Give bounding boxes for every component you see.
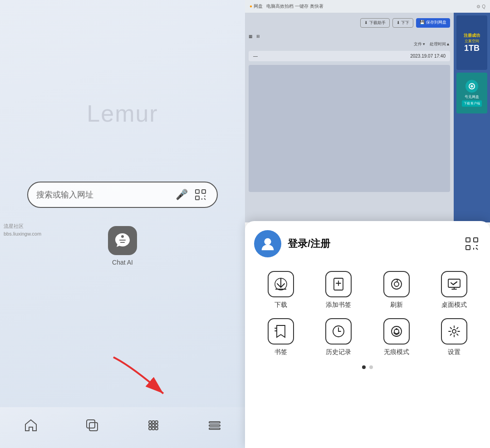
svg-rect-8 [87, 420, 95, 428]
pagination-dots [254, 365, 481, 369]
login-label[interactable]: 登录/注册 [288, 237, 330, 251]
menu-item-settings[interactable]: 设置 [428, 318, 481, 356]
menu-label-settings: 设置 [448, 348, 461, 356]
menu-label-bookmarks: 书签 [274, 348, 287, 356]
svg-rect-9 [89, 423, 98, 431]
menu-label-desktop: 桌面模式 [441, 301, 467, 309]
browser-area: ● 网盘 电脑高效拍档 一键存 奥快著 ⚙ Q ⬇ 下载助手 ⬇ 下下 💾 保存… [245, 0, 490, 222]
browser-main: ⬇ 下载助手 ⬇ 下下 💾 保存到网盘 ▦ ⊞ 文件 ▾ 处理时间▲ — 202… [245, 13, 454, 222]
header-scan-icon[interactable] [463, 235, 481, 253]
user-avatar [254, 230, 281, 257]
browser-toolbar: ⬇ 下载助手 ⬇ 下下 💾 保存到网盘 [249, 16, 450, 30]
download-icon-circle [268, 271, 294, 297]
svg-point-18 [155, 427, 158, 430]
file-row: — 2023.19.07 17:40 [249, 51, 450, 61]
svg-rect-0 [196, 190, 199, 193]
search-bar[interactable]: 搜索或输入网址 🎤 [27, 182, 218, 208]
menu-item-refresh[interactable]: 刷新 [370, 271, 423, 309]
sidebar-ad-register: 注册成功 立案空间 1TB [456, 15, 487, 70]
nav-home[interactable] [20, 414, 42, 437]
settings-icon-circle [441, 318, 467, 345]
red-arrow [104, 348, 177, 403]
svg-point-14 [152, 424, 155, 427]
svg-point-23 [264, 238, 271, 245]
svg-point-17 [152, 427, 155, 430]
svg-rect-26 [466, 246, 470, 250]
svg-line-30 [476, 248, 478, 250]
ad-sub: 立案空间 [465, 39, 479, 44]
svg-point-15 [155, 424, 158, 427]
svg-line-6 [204, 198, 206, 200]
toolbar-download-helper[interactable]: ⬇ 下载助手 [360, 18, 390, 28]
teal-ad-text: 号见网盘 [465, 94, 479, 99]
menu-grid: 下载 添加书签 [254, 271, 481, 356]
svg-rect-24 [466, 238, 470, 242]
svg-point-35 [392, 279, 402, 289]
browser-sidebar: 注册成功 立案空间 1TB 号见网盘 下载 客户端 [454, 13, 490, 222]
nav-apps[interactable] [142, 414, 165, 437]
bookmarks-icon-circle [268, 318, 294, 345]
teal-icon [466, 80, 478, 93]
chat-ai-section[interactable]: Chat AI [108, 226, 137, 266]
toolbar-save[interactable]: 💾 保存到网盘 [416, 18, 450, 28]
refresh-icon-circle [383, 271, 410, 297]
svg-rect-21 [209, 428, 220, 429]
file-name: — [253, 54, 258, 59]
menu-user-info[interactable]: 登录/注册 [254, 230, 330, 257]
svg-point-11 [152, 421, 155, 423]
incognito-icon-circle [383, 318, 410, 345]
file-date: 2023.19.07 17:40 [410, 54, 446, 59]
menu-item-add-bookmark[interactable]: 添加书签 [312, 271, 366, 309]
nav-menu[interactable] [203, 414, 226, 437]
toolbar-download[interactable]: ⬇ 下下 [392, 18, 414, 28]
left-panel: 流星社区 bbs.liuxingw.com Lemur 搜索或输入网址 🎤 Ch… [0, 0, 245, 448]
menu-item-incognito[interactable]: 无痕模式 [370, 318, 423, 356]
sort-text: 文件 ▾ 处理时间▲ [249, 41, 450, 47]
mic-icon[interactable]: 🎤 [176, 189, 188, 201]
teal-ad-btn[interactable]: 下载 客户端 [462, 100, 482, 107]
svg-point-13 [149, 424, 152, 427]
svg-point-43 [396, 328, 397, 330]
chat-ai-label: Chat AI [112, 259, 133, 266]
svg-point-12 [155, 421, 158, 423]
browser-title: ● 网盘 电脑高效拍档 一键存 奥快著 [250, 3, 323, 10]
menu-item-download[interactable]: 下载 [254, 271, 308, 309]
svg-rect-1 [202, 190, 206, 193]
file-icons: ▦ ⊞ [249, 34, 260, 39]
svg-point-10 [149, 421, 152, 423]
menu-header: 登录/注册 [254, 230, 481, 257]
svg-rect-2 [196, 196, 199, 200]
ad-badge: 注册成功 [464, 33, 480, 39]
browser-icons: ⚙ Q [476, 4, 485, 9]
svg-rect-25 [474, 238, 478, 242]
chat-ai-icon[interactable] [108, 226, 137, 255]
search-placeholder: 搜索或输入网址 [36, 189, 171, 200]
svg-point-16 [149, 427, 152, 430]
file-content-area [249, 65, 450, 192]
browser-top-bar: ● 网盘 电脑高效拍档 一键存 奥快著 ⚙ Q [245, 0, 490, 13]
right-panel: ● 网盘 电脑高效拍档 一键存 奥快著 ⚙ Q ⬇ 下载助手 ⬇ 下下 💾 保存… [245, 0, 490, 448]
watermark: 流星社区 bbs.liuxingw.com [4, 222, 41, 237]
menu-popup: 登录/注册 下载 [245, 221, 490, 448]
menu-label-incognito: 无痕模式 [384, 348, 409, 356]
menu-item-desktop[interactable]: 桌面模式 [428, 271, 481, 309]
desktop-icon-circle [441, 271, 467, 297]
svg-rect-20 [209, 425, 220, 426]
svg-point-36 [394, 282, 399, 286]
app-title: Lemur [87, 100, 158, 127]
menu-label-add-bookmark: 添加书签 [326, 301, 351, 309]
ad-size: 1TB [464, 44, 480, 53]
menu-item-bookmarks[interactable]: 书签 [254, 318, 308, 356]
sidebar-ad-teal: 号见网盘 下载 客户端 [456, 73, 487, 113]
history-icon-circle [325, 318, 352, 345]
dot-active [362, 365, 366, 369]
menu-item-history[interactable]: 历史记录 [312, 318, 366, 356]
svg-point-44 [452, 330, 456, 333]
nav-tabs[interactable] [81, 414, 103, 437]
menu-label-refresh: 刷新 [390, 301, 403, 309]
dot-inactive [369, 365, 373, 369]
svg-rect-37 [448, 279, 460, 287]
svg-rect-19 [209, 422, 220, 423]
scan-icon[interactable] [192, 187, 209, 203]
bottom-nav [0, 407, 245, 448]
